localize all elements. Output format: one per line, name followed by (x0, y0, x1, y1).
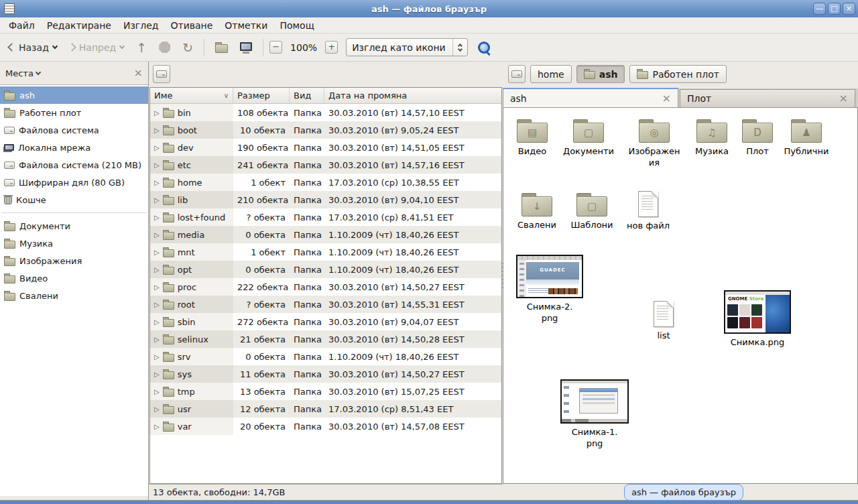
taskbar-window-hint[interactable]: ash — файлов браузър (624, 484, 743, 501)
folder-item[interactable]: ▢ Документи (560, 117, 617, 157)
sidebar-item[interactable]: Музика (0, 235, 148, 252)
expander-icon[interactable]: ▷ (154, 249, 160, 256)
column-header-name[interactable]: Име ∨ (150, 88, 233, 103)
expander-icon[interactable]: ▷ (154, 266, 160, 273)
table-row[interactable]: ▷ selinux 21 обекта Папка 30.03.2010 (вт… (150, 330, 501, 348)
folder-item[interactable]: D Плот (729, 117, 786, 157)
file-item[interactable]: нов файл (620, 190, 676, 231)
sidebar-item[interactable]: Шифриран дял (80 GB) (0, 174, 148, 191)
sidebar-item[interactable]: Локална мрежа (0, 139, 148, 156)
breadcrumb-button[interactable]: Работен плот (629, 65, 726, 83)
expander-icon[interactable]: ▷ (154, 127, 160, 134)
sidebar-item[interactable]: Кошче (0, 191, 148, 208)
expander-icon[interactable]: ▷ (154, 318, 160, 326)
expander-icon[interactable]: ▷ (154, 301, 160, 308)
table-row[interactable]: ▷ mnt 1 обект Папка 1.10.2009 (чт) 18,40… (150, 243, 501, 261)
zoom-out-button[interactable]: − (269, 41, 282, 54)
folder-item[interactable]: ♟ Публични (778, 117, 835, 157)
sidebar-item[interactable]: Работен плот (0, 104, 148, 121)
menu-item[interactable]: Файл (3, 18, 41, 33)
menu-item[interactable]: Изглед (117, 18, 165, 33)
expander-icon[interactable]: ▷ (154, 109, 160, 117)
expander-icon[interactable]: ▷ (154, 353, 160, 361)
sidebar-item[interactable]: Файлова система (0, 121, 148, 139)
table-row[interactable]: ▷ proc 222 обекта Папка 30.03.2010 (вт) … (150, 278, 501, 296)
expander-icon[interactable]: ▷ (154, 196, 160, 204)
folder-item[interactable]: ↓ Свалени (509, 191, 565, 231)
tab-close-icon[interactable]: × (662, 94, 671, 103)
tab[interactable]: ash × (503, 88, 678, 107)
expander-icon[interactable]: ▷ (154, 144, 160, 151)
root-location-button[interactable] (153, 65, 170, 83)
expander-icon[interactable]: ▷ (154, 371, 160, 378)
minimize-button[interactable]: — (813, 3, 826, 15)
table-row[interactable]: ▷ var 20 обекта Папка 30.03.2010 (вт) 14… (150, 418, 501, 435)
column-header-type[interactable]: Вид (290, 88, 324, 103)
table-row[interactable]: ▷ etc 241 обекта Папка 30.03.2010 (вт) 1… (150, 156, 501, 174)
image-item[interactable]: Снимка-1. png (560, 379, 629, 449)
table-row[interactable]: ▷ lost+found ? обекта Папка 17.03.2010 (… (150, 208, 501, 226)
folder-item[interactable]: ◎ Изображен ия (626, 117, 682, 168)
table-row[interactable]: ▷ tmp 13 обекта Папка 30.03.2010 (вт) 15… (150, 383, 501, 400)
up-button[interactable]: ↑ (131, 38, 151, 58)
table-row[interactable]: ▷ srv 0 обекта Папка 1.10.2009 (чт) 18,4… (150, 348, 501, 365)
expander-icon[interactable]: ▷ (154, 388, 160, 395)
menu-item[interactable]: Помощ (273, 18, 320, 33)
table-row[interactable]: ▷ bin 108 обекта Папка 30.03.2010 (вт) 1… (150, 104, 501, 121)
folder-item[interactable]: ▢ Шаблони (564, 191, 620, 231)
maximize-button[interactable]: □ (828, 3, 841, 15)
home-button[interactable] (210, 38, 233, 56)
image-item[interactable]: GNOME Store Снимка.png (723, 290, 792, 348)
expander-icon[interactable]: ▷ (154, 162, 160, 169)
expander-icon[interactable]: ▷ (154, 231, 160, 239)
root-location-button[interactable] (508, 65, 526, 83)
breadcrumb-button[interactable]: ash (576, 65, 625, 83)
column-header-date[interactable]: Дата на промяна (324, 88, 501, 103)
breadcrumb-button[interactable]: home (530, 65, 572, 83)
sidebar-close-icon[interactable]: × (134, 68, 143, 78)
expander-icon[interactable]: ▷ (154, 336, 160, 343)
image-item[interactable]: GUADEC Снимка-2. png (515, 255, 585, 324)
close-button[interactable]: × (843, 3, 855, 15)
sidebar-item[interactable]: ash (0, 86, 148, 104)
sidebar-item[interactable]: Документи (0, 217, 148, 235)
table-row[interactable]: ▷ usr 12 обекта Папка 17.03.2010 (ср) 8,… (150, 400, 501, 418)
tab-close-icon[interactable]: × (839, 94, 848, 103)
expander-icon[interactable]: ▷ (154, 405, 160, 413)
menu-item[interactable]: Отиване (164, 18, 219, 33)
column-header-size[interactable]: Размер (233, 88, 290, 103)
search-icon[interactable] (477, 41, 491, 54)
stop-button[interactable] (154, 38, 175, 56)
expander-icon[interactable]: ▷ (154, 214, 160, 221)
expander-icon[interactable]: ▷ (154, 423, 160, 430)
sidebar-item[interactable]: Видео (0, 269, 148, 287)
sidebar-item[interactable]: Изображения (0, 252, 148, 269)
reload-button[interactable]: ↻ (178, 38, 198, 58)
table-row[interactable]: ▷ opt 0 обекта Папка 1.10.2009 (чт) 18,4… (150, 261, 501, 278)
table-row[interactable]: ▷ sys 11 обекта Папка 30.03.2010 (вт) 14… (150, 365, 501, 383)
tab[interactable]: Плот × (680, 89, 855, 107)
menu-item[interactable]: Отметки (219, 18, 273, 33)
table-row[interactable]: ▷ root ? обекта Папка 30.03.2010 (вт) 14… (150, 296, 501, 313)
back-history-chevron-icon[interactable] (52, 44, 58, 49)
table-row[interactable]: ▷ dev 190 обекта Папка 30.03.2010 (вт) 1… (150, 139, 501, 156)
back-button[interactable]: Назад (4, 39, 62, 56)
sidebar-item[interactable]: Свалени (0, 287, 148, 304)
folder-item[interactable]: ▤ Видео (504, 117, 560, 157)
menu-item[interactable]: Редактиране (41, 18, 117, 33)
combo-spinner-icon[interactable] (452, 39, 467, 56)
expander-icon[interactable]: ▷ (154, 284, 160, 291)
table-row[interactable]: ▷ lib 210 обекта Папка 30.03.2010 (вт) 9… (150, 191, 501, 208)
sidebar-item[interactable]: Файлова система (210 MB) (0, 156, 148, 174)
expander-icon[interactable]: ▷ (154, 179, 160, 186)
table-row[interactable]: ▷ home 1 обект Папка 17.03.2010 (ср) 10,… (150, 174, 501, 191)
file-item[interactable]: list (635, 300, 692, 341)
forward-button[interactable]: Напред (64, 39, 129, 56)
table-row[interactable]: ▷ sbin 272 обекта Папка 30.03.2010 (вт) … (150, 313, 501, 330)
chevron-down-icon[interactable] (36, 70, 41, 75)
zoom-in-button[interactable]: + (325, 41, 338, 54)
table-row[interactable]: ▷ media 0 обекта Папка 1.10.2009 (чт) 18… (150, 226, 501, 243)
sidebar-title[interactable]: Места (5, 68, 34, 78)
table-row[interactable]: ▷ boot 10 обекта Папка 30.03.2010 (вт) 9… (150, 121, 501, 139)
computer-button[interactable] (235, 40, 257, 54)
